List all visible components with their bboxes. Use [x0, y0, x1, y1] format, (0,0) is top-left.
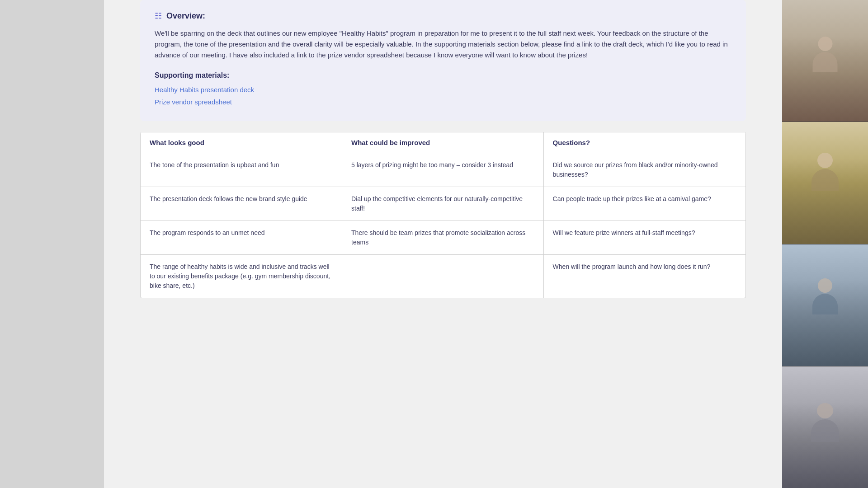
video-tile-4 — [782, 366, 868, 488]
video-tile-2 — [782, 122, 868, 244]
col-header-improved: What could be improved — [342, 132, 544, 153]
table-cell-row2-col1: The presentation deck follows the new br… — [141, 187, 342, 221]
healthy-habits-link[interactable]: Healthy Habits presentation deck — [155, 86, 731, 94]
table-cell-row3-col2: There should be team prizes that promote… — [342, 221, 544, 255]
table-cell-row4-col2 — [342, 255, 544, 298]
feedback-table: What looks good What could be improved Q… — [141, 132, 745, 298]
video-tile-3 — [782, 244, 868, 366]
main-content-area: ☷ Overview: We'll be sparring on the dec… — [104, 0, 782, 488]
table-cell-row1-col3: Did we source our prizes from black and/… — [543, 153, 745, 187]
table-row: The presentation deck follows the new br… — [141, 187, 745, 221]
table-row: The range of healthy habits is wide and … — [141, 255, 745, 298]
overview-header: ☷ Overview: — [155, 11, 731, 21]
table-cell-row3-col1: The program responds to an unmet need — [141, 221, 342, 255]
overview-icon: ☷ — [155, 11, 162, 21]
table-cell-row1-col1: The tone of the presentation is upbeat a… — [141, 153, 342, 187]
overview-title: Overview: — [166, 11, 205, 21]
table-cell-row2-col3: Can people trade up their prizes like at… — [543, 187, 745, 221]
video-tile-1 — [782, 0, 868, 122]
video-overlay-3 — [782, 244, 868, 366]
table-cell-row4-col1: The range of healthy habits is wide and … — [141, 255, 342, 298]
video-overlay-1 — [782, 0, 868, 122]
table-cell-row2-col2: Dial up the competitive elements for our… — [342, 187, 544, 221]
video-overlay-4 — [782, 366, 868, 488]
prize-vendor-link[interactable]: Prize vendor spreadsheet — [155, 98, 731, 106]
table-header-row: What looks good What could be improved Q… — [141, 132, 745, 153]
supporting-materials-section: Supporting materials: Healthy Habits pre… — [155, 71, 731, 106]
overview-body: We'll be sparring on the deck that outli… — [155, 28, 731, 61]
overview-box: ☷ Overview: We'll be sparring on the dec… — [140, 0, 746, 121]
table-cell-row3-col3: Will we feature prize winners at full-st… — [543, 221, 745, 255]
table-cell-row1-col2: 5 layers of prizing might be too many – … — [342, 153, 544, 187]
table-cell-row4-col3: When will the program launch and how lon… — [543, 255, 745, 298]
table-row: The tone of the presentation is upbeat a… — [141, 153, 745, 187]
feedback-table-container: What looks good What could be improved Q… — [140, 132, 746, 298]
col-header-questions: Questions? — [543, 132, 745, 153]
supporting-materials-title: Supporting materials: — [155, 71, 731, 80]
table-row: The program responds to an unmet needThe… — [141, 221, 745, 255]
video-panel — [782, 0, 868, 488]
col-header-looks-good: What looks good — [141, 132, 342, 153]
left-sidebar — [0, 0, 104, 488]
video-overlay-2 — [782, 122, 868, 244]
content-scroll-area[interactable]: ☷ Overview: We'll be sparring on the dec… — [104, 0, 782, 488]
